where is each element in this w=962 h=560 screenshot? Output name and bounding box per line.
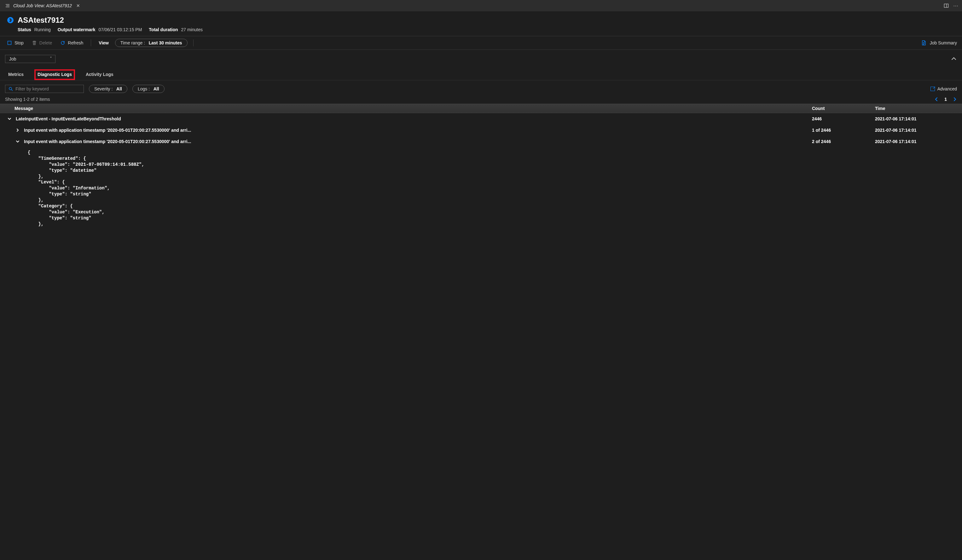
severity-value: All [116,86,122,91]
tab-icon [5,3,10,8]
row-time: 2021-07-06 17:14:01 [875,139,957,144]
row-time: 2021-07-06 17:14:01 [875,127,957,133]
trash-icon [32,40,37,45]
status-group: Status Running [18,27,51,32]
time-range-value: Last 30 minutes [149,40,182,45]
header-title-row: ASAtest7912 [7,16,955,24]
table-body: LateInputEvent - InputEventLateBeyondThr… [0,113,962,147]
next-page-icon[interactable] [952,97,957,102]
svg-rect-3 [8,41,11,45]
controls-row: Job [0,50,962,66]
col-message: Message [15,106,812,111]
log-detail-json: { "TimeGenerated": { "value": "2021-07-0… [0,147,962,232]
tab-title: Cloud Job View: ASAtest7912 [13,3,72,8]
titlebar-left: Cloud Job View: ASAtest7912 ✕ [2,1,84,10]
table-row[interactable]: LateInputEvent - InputEventLateBeyondThr… [0,113,962,124]
scope-select-value: Job [9,56,16,61]
status-value: Running [34,27,51,32]
stop-icon [7,40,12,45]
titlebar-right: ⋯ [944,3,960,9]
row-count: 2446 [812,116,875,121]
scope-select[interactable]: Job [5,55,55,63]
duration-value: 27 minutes [181,27,203,32]
header-meta: Status Running Output watermark 07/06/21… [18,27,955,32]
col-time: Time [875,106,957,111]
editor-titlebar: Cloud Job View: ASAtest7912 ✕ ⋯ [0,0,962,11]
job-summary-label: Job Summary [930,40,957,45]
toolbar: Stop Delete Refresh View Time range : La… [0,36,962,50]
svg-point-4 [9,87,12,90]
close-icon[interactable]: ✕ [75,3,81,8]
tab-activity-logs[interactable]: Activity Logs [84,69,115,80]
table-row[interactable]: Input event with application timestamp '… [0,136,962,147]
view-label: View [97,39,111,47]
row-message-text: LateInputEvent - InputEventLateBeyondThr… [16,116,121,121]
row-count: 1 of 2446 [812,127,875,133]
severity-filter[interactable]: Severity : All [89,85,128,93]
tab-diagnostic-logs[interactable]: Diagnostic Logs [34,69,75,80]
current-page: 1 [944,97,947,102]
row-time: 2021-07-06 17:14:01 [875,116,957,121]
logs-label: Logs : [138,86,150,91]
search-icon [8,87,13,91]
refresh-button[interactable]: Refresh [58,39,85,47]
watermark-label: Output watermark [58,27,95,32]
stop-label: Stop [15,40,24,45]
logs-value: All [153,86,159,91]
duration-label: Total duration [149,27,178,32]
status-label: Status [18,27,31,32]
svg-rect-0 [944,4,948,8]
log-tabs: Metrics Diagnostic Logs Activity Logs [0,66,962,81]
row-message-text: Input event with application timestamp '… [24,139,191,144]
row-message: Input event with application timestamp '… [15,139,812,144]
svg-line-5 [11,89,13,91]
split-editor-icon[interactable] [944,3,949,8]
refresh-icon [60,40,65,45]
duration-group: Total duration 27 minutes [149,27,203,32]
table-row[interactable]: Input event with application timestamp '… [0,124,962,136]
azure-stream-icon [7,17,14,24]
delete-label: Delete [39,40,52,45]
advanced-label: Advanced [938,86,957,91]
filter-keyword-field[interactable] [15,86,81,91]
watermark-group: Output watermark 07/06/21 03:12:15 PM [58,27,142,32]
chevron-right-icon[interactable] [15,128,20,132]
toolbar-divider [91,39,91,46]
time-range-pill[interactable]: Time range : Last 30 minutes [115,39,187,47]
filter-row: Severity : All Logs : All Advanced [0,81,962,95]
time-range-label: Time range : [120,40,145,45]
logs-filter[interactable]: Logs : All [132,85,165,93]
row-message: LateInputEvent - InputEventLateBeyondThr… [7,116,812,121]
table-header: Message Count Time [0,104,962,113]
prev-page-icon[interactable] [934,97,939,102]
severity-label: Severity : [94,86,113,91]
job-header: ASAtest7912 Status Running Output waterm… [0,11,962,36]
external-link-icon [930,87,935,91]
collapse-section-icon[interactable] [951,56,957,62]
toolbar-divider-2 [193,39,194,46]
job-name: ASAtest7912 [18,16,64,24]
row-message-text: Input event with application timestamp '… [24,127,191,133]
pager: 1 [934,97,957,102]
status-row: Showing 1-2 of 2 items 1 [0,95,962,104]
tab-metrics[interactable]: Metrics [6,69,26,80]
row-message: Input event with application timestamp '… [15,127,812,133]
job-summary-button[interactable]: Job Summary [921,40,957,46]
delete-button: Delete [30,39,54,47]
document-icon [921,40,927,46]
watermark-value: 07/06/21 03:12:15 PM [98,27,142,32]
editor-tab[interactable]: Cloud Job View: ASAtest7912 ✕ [2,1,84,10]
filter-keyword-input[interactable] [5,85,84,93]
filter-left: Severity : All Logs : All [5,85,165,93]
more-icon[interactable]: ⋯ [953,3,958,9]
chevron-down-icon[interactable] [15,139,20,144]
toolbar-left: Stop Delete Refresh View Time range : La… [5,39,195,47]
showing-count: Showing 1-2 of 2 items [5,97,50,102]
row-count: 2 of 2446 [812,139,875,144]
advanced-link[interactable]: Advanced [930,86,957,91]
col-count: Count [812,106,875,111]
chevron-down-icon[interactable] [7,116,12,121]
refresh-label: Refresh [68,40,83,45]
stop-button[interactable]: Stop [5,39,26,47]
